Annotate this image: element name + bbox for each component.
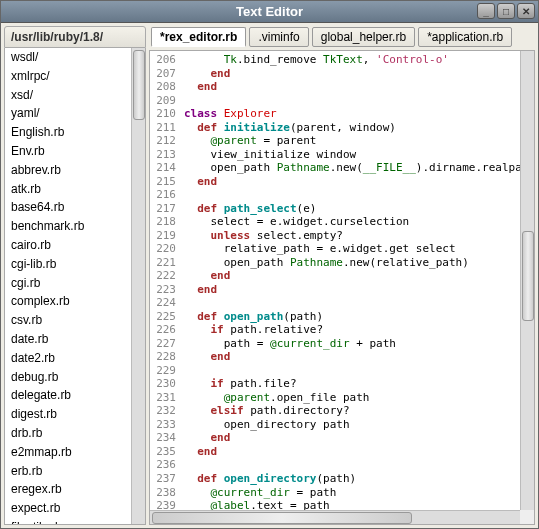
file-list-item[interactable]: csv.rb xyxy=(5,311,145,330)
file-list-item[interactable]: expect.rb xyxy=(5,499,145,518)
editor-tab[interactable]: .viminfo xyxy=(249,27,308,47)
file-list-item[interactable]: fileutils.rb xyxy=(5,518,145,524)
editor-tab[interactable]: *rex_editor.rb xyxy=(151,27,246,47)
scrollbar-thumb[interactable] xyxy=(133,50,145,120)
file-list-item[interactable]: complex.rb xyxy=(5,292,145,311)
breadcrumb[interactable]: /usr/lib/ruby/1.8/ xyxy=(4,26,146,48)
file-list-item[interactable]: benchmark.rb xyxy=(5,217,145,236)
file-list-item[interactable]: cgi-lib.rb xyxy=(5,255,145,274)
editor-pane: *rex_editor.rb.viminfoglobal_helper.rb*a… xyxy=(149,26,535,525)
file-list-item[interactable]: Env.rb xyxy=(5,142,145,161)
file-list[interactable]: wsdl/xmlrpc/xsd/yaml/English.rbEnv.rbabb… xyxy=(5,48,145,524)
file-list-item[interactable]: xmlrpc/ xyxy=(5,67,145,86)
file-explorer: /usr/lib/ruby/1.8/ wsdl/xmlrpc/xsd/yaml/… xyxy=(4,26,146,525)
scrollbar-thumb[interactable] xyxy=(152,512,412,524)
code-editor[interactable]: 206 207 208 209 210 211 212 213 214 215 … xyxy=(149,50,535,525)
file-list-scrollbar[interactable] xyxy=(131,48,145,524)
file-list-container: wsdl/xmlrpc/xsd/yaml/English.rbEnv.rbabb… xyxy=(4,48,146,525)
file-list-item[interactable]: e2mmap.rb xyxy=(5,443,145,462)
file-list-item[interactable]: yaml/ xyxy=(5,104,145,123)
file-list-item[interactable]: digest.rb xyxy=(5,405,145,424)
scroll-corner xyxy=(520,510,534,524)
file-list-item[interactable]: cairo.rb xyxy=(5,236,145,255)
file-list-item[interactable]: delegate.rb xyxy=(5,386,145,405)
content-area: /usr/lib/ruby/1.8/ wsdl/xmlrpc/xsd/yaml/… xyxy=(1,23,538,528)
file-list-item[interactable]: wsdl/ xyxy=(5,48,145,67)
file-list-item[interactable]: drb.rb xyxy=(5,424,145,443)
file-list-item[interactable]: abbrev.rb xyxy=(5,161,145,180)
file-list-item[interactable]: eregex.rb xyxy=(5,480,145,499)
file-list-item[interactable]: cgi.rb xyxy=(5,274,145,293)
file-list-item[interactable]: atk.rb xyxy=(5,180,145,199)
scrollbar-thumb[interactable] xyxy=(522,231,534,321)
file-list-item[interactable]: erb.rb xyxy=(5,462,145,481)
code-content[interactable]: Tk.bind_remove TkText, 'Control-o' end e… xyxy=(180,51,534,524)
maximize-button[interactable]: □ xyxy=(497,3,515,19)
minimize-button[interactable]: _ xyxy=(477,3,495,19)
file-list-item[interactable]: debug.rb xyxy=(5,368,145,387)
file-list-item[interactable]: xsd/ xyxy=(5,86,145,105)
tab-bar: *rex_editor.rb.viminfoglobal_helper.rb*a… xyxy=(149,26,535,50)
app-window: Text Editor _ □ ✕ /usr/lib/ruby/1.8/ wsd… xyxy=(0,0,539,529)
close-button[interactable]: ✕ xyxy=(517,3,535,19)
file-list-item[interactable]: English.rb xyxy=(5,123,145,142)
editor-tab[interactable]: *application.rb xyxy=(418,27,512,47)
editor-horizontal-scrollbar[interactable] xyxy=(150,510,520,524)
editor-vertical-scrollbar[interactable] xyxy=(520,51,534,510)
window-title: Text Editor xyxy=(236,4,303,19)
file-list-item[interactable]: date.rb xyxy=(5,330,145,349)
file-list-item[interactable]: date2.rb xyxy=(5,349,145,368)
file-list-item[interactable]: base64.rb xyxy=(5,198,145,217)
editor-tab[interactable]: global_helper.rb xyxy=(312,27,415,47)
line-gutter: 206 207 208 209 210 211 212 213 214 215 … xyxy=(150,51,180,524)
titlebar: Text Editor _ □ ✕ xyxy=(1,1,538,23)
window-controls: _ □ ✕ xyxy=(477,3,535,19)
